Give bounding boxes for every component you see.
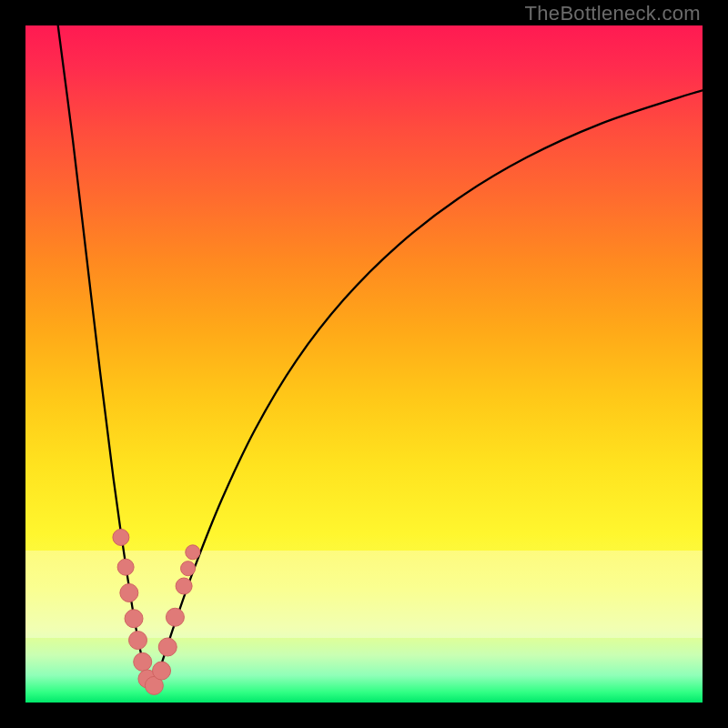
plot-area [25, 25, 703, 703]
marker-cluster [25, 25, 703, 703]
marker-point-9 [158, 638, 177, 656]
watermark-text: TheBottleneck.com [525, 2, 701, 25]
marker-point-8 [153, 662, 171, 680]
marker-point-12 [181, 561, 196, 576]
chart-frame: TheBottleneck.com [0, 0, 728, 728]
marker-point-13 [186, 545, 200, 560]
marker-point-0 [113, 529, 129, 545]
marker-point-4 [129, 632, 147, 650]
marker-point-11 [176, 578, 192, 594]
marker-point-2 [120, 583, 138, 602]
marker-point-3 [125, 610, 143, 628]
marker-point-1 [117, 559, 134, 575]
marker-point-5 [134, 652, 152, 671]
marker-point-10 [166, 608, 184, 626]
